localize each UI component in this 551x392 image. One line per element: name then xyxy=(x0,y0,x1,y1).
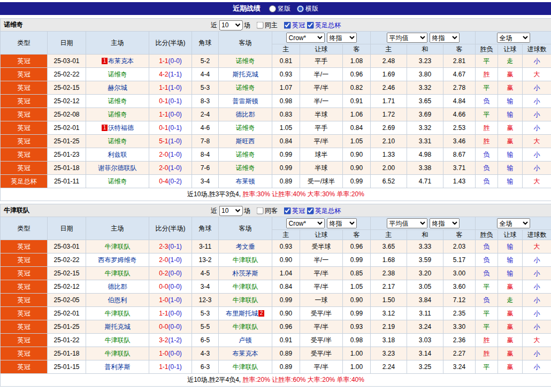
home-team-name[interactable]: 利兹联 xyxy=(108,151,127,158)
view-mode-option-2[interactable]: 横版 xyxy=(297,4,318,13)
match-count-select[interactable]: 10 xyxy=(219,20,242,30)
home-team-name[interactable]: 牛津联队 xyxy=(105,310,131,317)
match-count-select[interactable]: 10 xyxy=(219,205,242,216)
home-team-name[interactable]: 牛津联队 xyxy=(105,350,131,357)
league-filter-checkbox-1[interactable] xyxy=(284,207,290,214)
away-team-name[interactable]: 朴茨茅斯 xyxy=(233,270,258,277)
result-handicap: 赢 xyxy=(498,135,523,148)
away-team-name[interactable]: 牛津联队 xyxy=(233,283,258,290)
away-odds: 0.98 xyxy=(343,334,371,347)
handicap-line: 球半 xyxy=(300,148,343,162)
league-filter-checkbox-2[interactable] xyxy=(307,21,313,28)
avg-away-odds: 2.35 xyxy=(443,307,476,320)
fulltime-score: 1-1 xyxy=(159,363,168,371)
avg-stage-select[interactable]: 终指 xyxy=(430,33,460,43)
match-date: 25-02-12 xyxy=(48,95,86,108)
home-team-cell: 诺维奇 xyxy=(86,95,149,108)
avg-away-odds: 1.43 xyxy=(443,175,476,188)
subcol-3: 客 xyxy=(343,230,371,240)
home-team-name[interactable]: 诺维奇 xyxy=(108,71,127,78)
view-mode-radio[interactable] xyxy=(297,5,304,12)
avg-draw-odds: 4.98 xyxy=(407,148,443,162)
match-date: 25-02-15 xyxy=(48,81,86,95)
home-team-name[interactable]: 普利茅斯 xyxy=(105,363,131,371)
same-venue-checkbox[interactable] xyxy=(256,21,263,28)
home-team-name[interactable]: 诺维奇 xyxy=(108,137,127,145)
result-handicap: 输 xyxy=(498,162,523,175)
average-select[interactable]: 平均值 xyxy=(387,218,427,228)
avg-draw-odds: 3.84 xyxy=(407,294,443,307)
away-team-name[interactable]: 布莱克本 xyxy=(233,350,258,357)
result-handicap: 赢 xyxy=(498,347,523,360)
home-team-name[interactable]: 诺维奇 xyxy=(108,111,127,118)
league-filter-checkbox-2[interactable] xyxy=(307,207,313,214)
view-mode-option-1[interactable]: 竖版 xyxy=(269,4,290,13)
corner-cell: 6-5 xyxy=(192,334,219,347)
odds-stage-select[interactable]: 终指 xyxy=(327,33,357,43)
home-team-name[interactable]: 西布罗姆维奇 xyxy=(98,256,137,264)
home-team-name[interactable]: 德比郡 xyxy=(108,283,127,290)
corner-cell: 5-3 xyxy=(192,81,219,95)
home-team-name[interactable]: 牛津联队 xyxy=(105,270,131,277)
avg-away-odds: 3.24 xyxy=(443,360,476,374)
home-team-name[interactable]: 沃特福德 xyxy=(108,124,134,132)
result-handicap: 赢 xyxy=(498,320,523,334)
away-team-name[interactable]: 诺维奇 xyxy=(236,124,255,132)
matches-label: 场 xyxy=(244,206,250,215)
home-team-cell: 1沃特福德 xyxy=(86,121,149,135)
away-team-name[interactable]: 牛津联队 xyxy=(233,296,258,304)
home-odds: 0.96 xyxy=(272,320,300,334)
handicap-line: 一球 xyxy=(300,294,343,307)
away-team-name[interactable]: 诺维奇 xyxy=(236,151,255,158)
league-filter-checkbox-1[interactable] xyxy=(284,21,290,28)
result-wdl: 胜 xyxy=(476,68,498,81)
home-team-name[interactable]: 牛津联队 xyxy=(105,243,131,250)
away-team-name[interactable]: 布里斯托城 xyxy=(226,310,258,317)
home-team-name[interactable]: 谢菲尔德联队 xyxy=(98,164,137,172)
away-team-name[interactable]: 诺维奇 xyxy=(236,57,255,65)
score-cell: 1-1(0-0) xyxy=(149,108,192,121)
same-venue-checkbox[interactable] xyxy=(256,207,263,214)
away-team-name[interactable]: 斯托克城 xyxy=(233,71,258,78)
home-team-name[interactable]: 伯恩利 xyxy=(108,296,127,304)
match-row: 英冠25-01-23利兹联2-0(1-0)8-4诺维奇0.99球半0.901.3… xyxy=(1,148,551,162)
away-team-name[interactable]: 考文垂 xyxy=(236,243,255,250)
halftime-score: (0-0) xyxy=(169,323,182,330)
corner-cell: 13-2 xyxy=(192,253,219,267)
away-team-name[interactable]: 卢顿 xyxy=(239,336,252,344)
average-select[interactable]: 平均值 xyxy=(387,33,427,43)
scope-select[interactable]: 全场 xyxy=(497,33,530,43)
away-team-name[interactable]: 牛津联队 xyxy=(233,323,258,330)
home-team-name[interactable]: 布莱克本 xyxy=(108,57,134,65)
away-team-name[interactable]: 牛津联队 xyxy=(233,256,258,264)
away-team-name[interactable]: 斯旺西 xyxy=(236,137,255,145)
halftime-score: (0-0) xyxy=(169,111,182,118)
team-name[interactable]: 诺维奇 xyxy=(4,21,23,28)
away-team-name[interactable]: 普雷斯顿 xyxy=(233,97,258,105)
score-cell: 3-2(1-2) xyxy=(149,334,192,347)
home-team-name[interactable]: 诺维奇 xyxy=(108,178,127,185)
home-team-name[interactable]: 赫尔城 xyxy=(108,84,127,91)
team-name[interactable]: 牛津联队 xyxy=(4,206,29,214)
avg-home-odds: 1.33 xyxy=(371,148,407,162)
away-team-name[interactable]: 布莱顿 xyxy=(236,178,255,185)
away-team-name[interactable]: 诺维奇 xyxy=(236,84,255,91)
avg-away-odds: 3.71 xyxy=(443,162,476,175)
home-team-name[interactable]: 诺维奇 xyxy=(108,97,127,105)
handicap-line: 平/半 xyxy=(300,360,343,374)
away-odds: 0.99 xyxy=(343,307,371,320)
view-mode-radio[interactable] xyxy=(269,5,276,12)
league-badge: 英冠 xyxy=(1,81,48,95)
bookmaker-select[interactable]: Crow* xyxy=(286,33,325,43)
league-badge: 英冠 xyxy=(1,135,48,148)
home-team-name[interactable]: 斯托克城 xyxy=(105,323,131,330)
odds-stage-select[interactable]: 终指 xyxy=(327,218,357,228)
bookmaker-select[interactable]: Crow* xyxy=(286,218,325,228)
away-team-name[interactable]: 诺维奇 xyxy=(236,164,255,172)
home-team-name[interactable]: 牛津联队 xyxy=(105,336,131,344)
away-team-name[interactable]: 德比郡 xyxy=(236,111,255,118)
scope-select[interactable]: 全场 xyxy=(497,218,530,228)
halftime-score: (0-1) xyxy=(169,97,182,105)
away-team-name[interactable]: 牛津联队 xyxy=(233,363,258,371)
avg-stage-select[interactable]: 终指 xyxy=(430,218,460,228)
